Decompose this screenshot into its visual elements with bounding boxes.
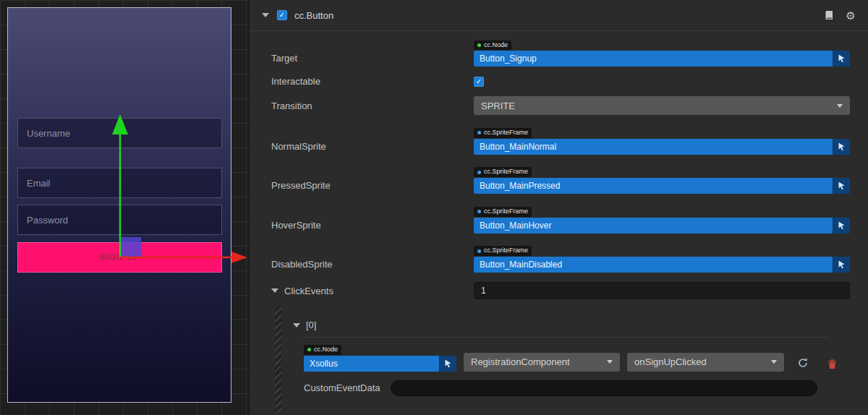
- collapse-event-item-icon[interactable]: [293, 323, 300, 328]
- property-row-interactable: Interactable ✓: [271, 76, 850, 87]
- picker-cursor-icon: [838, 54, 846, 63]
- normal-sprite-field[interactable]: Button_MainNormal: [474, 139, 833, 155]
- reference-picker-button[interactable]: [833, 139, 850, 155]
- property-row-disabled-sprite: DisabledSprite cc.SpriteFrame Button_Mai…: [271, 243, 850, 273]
- picker-cursor-icon: [838, 260, 846, 269]
- event-node-field[interactable]: Xsollus: [304, 356, 439, 372]
- group-drag-handle[interactable]: [275, 307, 281, 411]
- chevron-down-icon: [771, 360, 777, 364]
- editor-window: SIGN UP ✓ cc.Button ⚙: [0, 0, 868, 415]
- reference-picker-button[interactable]: [833, 218, 850, 234]
- refresh-event-button[interactable]: [797, 357, 809, 369]
- chevron-down-icon: [607, 360, 613, 364]
- property-label: DisabledSprite: [271, 257, 474, 273]
- property-row-click-events: ClickEvents 1: [271, 282, 850, 299]
- custom-event-data-row: CustomEventData: [304, 380, 817, 396]
- collapse-click-events-icon[interactable]: [271, 288, 278, 293]
- refresh-icon: [797, 357, 809, 369]
- custom-event-data-label: CustomEventData: [304, 382, 391, 393]
- picker-cursor-icon: [838, 221, 846, 230]
- spriteframe-type-dot-icon: [477, 210, 481, 213]
- type-tag: cc.Node: [304, 345, 341, 355]
- picker-cursor-icon: [444, 359, 452, 368]
- property-label: ClickEvents: [284, 286, 333, 296]
- property-row-pressed-sprite: PressedSprite cc.SpriteFrame Button_Main…: [271, 164, 850, 194]
- docs-icon[interactable]: [824, 9, 835, 21]
- reference-picker-button[interactable]: [439, 356, 456, 372]
- transition-dropdown[interactable]: SPRITE: [474, 96, 850, 115]
- picker-cursor-icon: [838, 142, 846, 151]
- collapse-component-icon[interactable]: [262, 13, 269, 17]
- property-label: HoverSprite: [271, 218, 474, 234]
- click-event-item-header: [0]: [293, 320, 828, 330]
- reference-picker-button[interactable]: [833, 257, 850, 273]
- component-title: cc.Button: [294, 10, 333, 21]
- type-tag: cc.SpriteFrame: [474, 128, 532, 138]
- property-row-transition: Transition SPRITE: [271, 96, 850, 115]
- custom-event-data-input[interactable]: [391, 380, 817, 396]
- component-properties: Target cc.Node Button_Signup: [250, 31, 868, 415]
- picker-cursor-icon: [838, 181, 846, 190]
- spriteframe-type-dot-icon: [477, 249, 481, 253]
- type-tag: cc.SpriteFrame: [474, 207, 532, 217]
- node-type-dot-icon: [307, 348, 311, 351]
- reference-picker-button[interactable]: [833, 51, 850, 67]
- type-tag: cc.SpriteFrame: [474, 167, 532, 177]
- disabled-sprite-field[interactable]: Button_MainDisabled: [474, 257, 833, 273]
- node-type-dot-icon: [477, 43, 481, 47]
- password-input[interactable]: [17, 205, 222, 235]
- gear-icon[interactable]: ⚙: [845, 9, 856, 21]
- gizmo-x-axis-arrowhead-icon[interactable]: [231, 252, 247, 263]
- click-event-group: [0] cc.Node Xsollus: [275, 307, 850, 411]
- component-enabled-checkbox[interactable]: ✓: [277, 10, 287, 20]
- target-node-field[interactable]: Button_Signup: [474, 51, 833, 67]
- chevron-down-icon: [837, 104, 843, 108]
- pressed-sprite-field[interactable]: Button_MainPressed: [474, 178, 833, 194]
- delete-event-button[interactable]: [827, 359, 837, 369]
- scene-view[interactable]: SIGN UP: [0, 0, 250, 415]
- email-input[interactable]: [17, 168, 222, 198]
- interactable-checkbox[interactable]: ✓: [474, 77, 484, 87]
- component-header: ✓ cc.Button ⚙: [250, 0, 868, 31]
- spriteframe-type-dot-icon: [477, 131, 481, 134]
- reference-picker-button[interactable]: [833, 178, 850, 194]
- signup-button[interactable]: SIGN UP: [17, 242, 222, 273]
- click-events-count-field[interactable]: 1: [474, 282, 850, 299]
- username-input[interactable]: [17, 118, 222, 148]
- property-label: Interactable: [271, 76, 474, 87]
- event-index-label: [0]: [306, 320, 316, 330]
- property-label: Target: [271, 51, 474, 67]
- divider: [304, 337, 828, 338]
- property-label: PressedSprite: [271, 178, 474, 194]
- hover-sprite-field[interactable]: Button_MainHover: [474, 218, 833, 234]
- trash-icon: [827, 359, 837, 369]
- inspector-panel: ✓ cc.Button ⚙ Target cc.Node: [250, 0, 868, 415]
- component-dropdown[interactable]: RegistrationComponent: [464, 353, 620, 372]
- scene-canvas[interactable]: SIGN UP: [7, 7, 231, 403]
- property-label: Transition: [271, 100, 474, 111]
- handler-dropdown[interactable]: onSignUpClicked: [627, 353, 784, 372]
- spriteframe-type-dot-icon: [477, 171, 481, 174]
- click-event-row: cc.Node Xsollus: [304, 341, 828, 371]
- property-row-normal-sprite: NormalSprite cc.SpriteFrame Button_MainN…: [271, 124, 850, 154]
- property-label: NormalSprite: [271, 139, 474, 155]
- property-row-hover-sprite: HoverSprite cc.SpriteFrame Button_MainHo…: [271, 203, 850, 233]
- type-tag: cc.Node: [474, 40, 511, 51]
- type-tag: cc.SpriteFrame: [474, 246, 532, 256]
- property-row-target: Target cc.Node Button_Signup: [271, 37, 850, 67]
